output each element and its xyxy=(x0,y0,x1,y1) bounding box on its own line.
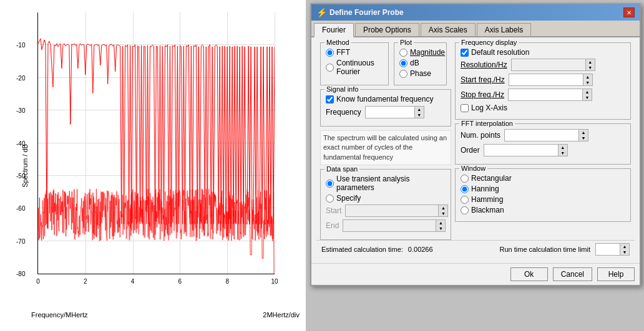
window-section: Window Rectangular Hanning Hamming xyxy=(455,168,631,222)
runtime-spin-up[interactable]: ▲ xyxy=(620,244,629,249)
close-button[interactable]: ✕ xyxy=(623,7,635,17)
data-span-specify-option[interactable]: Specify xyxy=(326,194,446,203)
frequency-spin-buttons: ▲ ▼ xyxy=(415,106,424,118)
know-fund-freq-checkbox[interactable] xyxy=(326,95,334,103)
end-input[interactable]: 50u xyxy=(343,219,436,232)
start-freq-input[interactable]: 0 xyxy=(509,74,583,86)
window-blackman-option[interactable]: Blackman xyxy=(461,206,625,214)
plot-magnitude-option[interactable]: Magnitude xyxy=(399,48,441,57)
y-tick: -60 xyxy=(16,205,25,212)
stop-freq-spin-down[interactable]: ▼ xyxy=(583,95,592,100)
start-freq-spinbox[interactable]: 0 ▲ ▼ xyxy=(509,74,593,86)
start-input[interactable]: 0 xyxy=(345,204,439,217)
tab-axis-scales[interactable]: Axis Scales xyxy=(421,23,476,36)
tab-probe-options[interactable]: Probe Options xyxy=(355,23,419,36)
y-axis-label: Spectrum / dB xyxy=(21,144,29,188)
runtime-spin-buttons: ▲ ▼ xyxy=(620,243,630,256)
start-label: Start xyxy=(326,206,341,215)
frequency-spin-up[interactable]: ▲ xyxy=(415,107,424,112)
start-freq-spin-down[interactable]: ▼ xyxy=(583,80,592,85)
plot-phase-label: Phase xyxy=(410,69,431,78)
method-fft-label: FFT xyxy=(336,48,350,57)
resolution-input[interactable]: 20k xyxy=(511,59,586,71)
log-x-label: Log X-Axis xyxy=(471,103,507,112)
signal-info-section: Signal info Know fundamental frequency F… xyxy=(320,89,451,127)
tab-fourier[interactable]: Fourier xyxy=(314,23,354,37)
start-spin-up[interactable]: ▲ xyxy=(439,205,447,211)
ok-button[interactable]: Ok xyxy=(510,267,548,281)
start-spinbox[interactable]: 0 ▲ ▼ xyxy=(345,204,448,217)
end-spin-up[interactable]: ▲ xyxy=(436,220,445,226)
end-spin-down[interactable]: ▼ xyxy=(436,226,445,231)
end-spinbox[interactable]: 50u ▲ ▼ xyxy=(343,219,446,232)
frequency-spin-down[interactable]: ▼ xyxy=(415,112,424,118)
frequency-spinbox[interactable]: 500k ▲ ▼ xyxy=(365,106,424,118)
order-spin-down[interactable]: ▼ xyxy=(559,150,567,156)
resolution-spinbox[interactable]: 20k ▲ ▼ xyxy=(511,59,595,71)
frequency-input[interactable]: 500k xyxy=(365,106,415,118)
x-tick: 2 xyxy=(84,278,87,285)
runtime-label: Run time calculation time limit xyxy=(500,246,591,253)
window-hanning-option[interactable]: Hanning xyxy=(461,185,625,193)
order-input[interactable]: 2 xyxy=(484,144,559,156)
window-hamming-option[interactable]: Hamming xyxy=(461,195,625,204)
tab-axis-labels[interactable]: Axis Labels xyxy=(477,23,531,36)
resolution-spin-down[interactable]: ▼ xyxy=(586,65,595,70)
plot-db-radio[interactable] xyxy=(399,59,407,67)
window-rectangular-option[interactable]: Rectangular xyxy=(461,174,625,183)
data-span-specify-radio[interactable] xyxy=(326,194,334,203)
x-tick: 8 xyxy=(225,278,229,285)
window-hamming-radio[interactable] xyxy=(461,196,469,204)
help-button[interactable]: Help xyxy=(597,267,635,281)
default-resolution-checkbox[interactable] xyxy=(461,49,469,57)
num-points-spinbox[interactable]: 8192 ▲ ▼ xyxy=(504,129,588,142)
window-rectangular-radio[interactable] xyxy=(461,175,469,183)
method-continuous-radio[interactable] xyxy=(326,64,334,72)
num-points-spin-up[interactable]: ▲ xyxy=(579,130,588,135)
method-continuous-option[interactable]: ContinuousFourier xyxy=(326,59,383,76)
method-section: Method FFT ContinuousFourier xyxy=(320,42,389,85)
stop-freq-spin-up[interactable]: ▲ xyxy=(583,89,592,95)
runtime-spinbox[interactable]: 5 ▲ ▼ xyxy=(595,243,630,256)
window-hanning-radio[interactable] xyxy=(461,185,469,193)
start-freq-spin-up[interactable]: ▲ xyxy=(583,74,592,80)
end-label: End xyxy=(326,221,339,230)
runtime-input[interactable]: 5 xyxy=(595,243,620,256)
plot-phase-option[interactable]: Phase xyxy=(399,69,441,78)
y-tick: -80 xyxy=(16,271,25,277)
start-spin-down[interactable]: ▼ xyxy=(439,211,447,216)
fft-interpolation-section: FFT interpolation Num. points 8192 ▲ ▼ O… xyxy=(455,123,631,165)
stop-freq-label: Stop freq./Hz xyxy=(461,90,504,99)
window-hanning-label: Hanning xyxy=(471,185,499,193)
cancel-button[interactable]: Cancel xyxy=(553,267,592,281)
window-blackman-radio[interactable] xyxy=(461,206,469,214)
dialog-define-fourier-probe: ⚡ Define Fourier Probe ✕ Fourier Probe O… xyxy=(310,3,641,286)
method-fft-radio[interactable] xyxy=(326,49,334,57)
plot-magnitude-radio[interactable] xyxy=(399,49,407,57)
dialog-title-icon: ⚡ xyxy=(316,7,327,17)
data-span-transient-radio[interactable] xyxy=(326,180,334,188)
plot-phase-radio[interactable] xyxy=(399,70,407,78)
plot-db-option[interactable]: dB xyxy=(399,59,441,67)
dialog-footer: Ok Cancel Help xyxy=(311,263,640,285)
runtime-spin-down[interactable]: ▼ xyxy=(620,249,629,255)
data-span-transient-option[interactable]: Use transient analysis parameters xyxy=(326,175,446,192)
order-spinbox[interactable]: 2 ▲ ▼ xyxy=(484,144,568,156)
y-tick: -50 xyxy=(16,172,25,179)
default-resolution-option[interactable]: Default resolution xyxy=(461,48,625,57)
stop-freq-spinbox[interactable]: 10Meg ▲ ▼ xyxy=(508,89,592,101)
method-label: Method xyxy=(324,39,351,46)
x-axis-label: Frequency/MHertz xyxy=(31,311,87,319)
log-x-checkbox[interactable] xyxy=(461,104,469,112)
end-field-row: End 50u ▲ ▼ xyxy=(326,219,446,232)
resolution-spin-up[interactable]: ▲ xyxy=(586,59,595,65)
order-spin-up[interactable]: ▲ xyxy=(559,145,567,150)
x-tick: 6 xyxy=(178,278,182,285)
know-fund-freq-option[interactable]: Know fundamental frequency xyxy=(326,95,446,103)
stop-freq-input[interactable]: 10Meg xyxy=(508,89,583,101)
method-fft-option[interactable]: FFT xyxy=(326,48,383,57)
data-span-transient-label: Use transient analysis parameters xyxy=(336,175,446,192)
num-points-spin-down[interactable]: ▼ xyxy=(579,135,588,141)
num-points-input[interactable]: 8192 xyxy=(504,129,579,142)
log-x-option[interactable]: Log X-Axis xyxy=(461,103,625,112)
